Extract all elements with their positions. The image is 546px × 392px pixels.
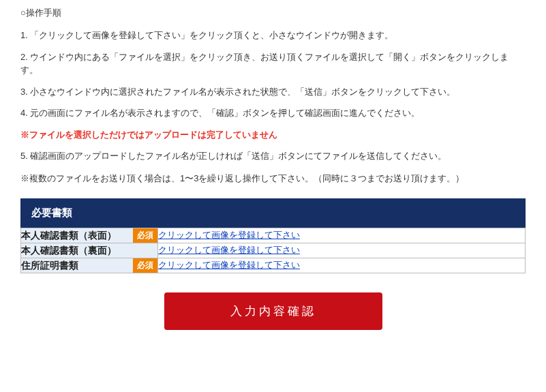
- required-badge: 必須: [133, 228, 157, 243]
- row1-label: 本人確認書類（表面）: [21, 228, 117, 243]
- row2-label-cell: 本人確認書類（裏面）: [21, 243, 158, 258]
- row3-label-cell: 住所証明書類 必須: [21, 258, 158, 273]
- table-row: 住所証明書類 必須 クリックして画像を登録して下さい: [21, 258, 526, 273]
- confirm-button[interactable]: 入力内容確認: [164, 292, 382, 330]
- table-row: 本人確認書類（表面） 必須 クリックして画像を登録して下さい: [21, 228, 526, 243]
- step-4: 4. 元の画面にファイル名が表示されますので、「確認」ボタンを押して確認画面に進…: [20, 106, 526, 120]
- step-2: 2. ウインドウ内にある「ファイルを選択」をクリック頂き、お送り頂くファイルを選…: [20, 50, 526, 77]
- section-title-bar: 必要書類: [20, 198, 526, 228]
- row3-label: 住所証明書類: [21, 258, 78, 273]
- multi-file-note: ※複数のファイルをお送り頂く場合は、1〜3を繰り返し操作して下さい。（同時に３つ…: [20, 172, 526, 185]
- step-5: 5. 確認画面のアップロードしたファイル名が正しければ「送信」ボタンにてファイル…: [20, 149, 526, 163]
- row2-label: 本人確認書類（裏面）: [21, 243, 117, 258]
- procedure-heading: ○操作手順: [20, 7, 526, 19]
- row3-value-cell: クリックして画像を登録して下さい: [158, 258, 526, 273]
- upload-link-address-proof[interactable]: クリックして画像を登録して下さい: [158, 260, 300, 270]
- step-warning: ※ファイルを選択しただけではアップロードは完了していません: [20, 128, 526, 142]
- upload-link-id-back[interactable]: クリックして画像を登録して下さい: [158, 245, 300, 255]
- row1-value-cell: クリックして画像を登録して下さい: [158, 228, 526, 243]
- row1-label-cell: 本人確認書類（表面） 必須: [21, 228, 158, 243]
- upload-link-id-front[interactable]: クリックして画像を登録して下さい: [158, 230, 300, 240]
- procedure-steps: 1. 「クリックして画像を登録して下さい」をクリック頂くと、小さなウインドウが開…: [20, 29, 526, 163]
- step-1: 1. 「クリックして画像を登録して下さい」をクリック頂くと、小さなウインドウが開…: [20, 29, 526, 42]
- row2-value-cell: クリックして画像を登録して下さい: [158, 243, 526, 258]
- table-row: 本人確認書類（裏面） クリックして画像を登録して下さい: [21, 243, 526, 258]
- required-docs-table: 本人確認書類（表面） 必須 クリックして画像を登録して下さい 本人確認書類（裏面…: [20, 228, 526, 273]
- required-badge: 必須: [133, 258, 157, 273]
- step-3: 3. 小さなウインドウ内に選択されたファイル名が表示された状態で、「送信」ボタン…: [20, 85, 526, 99]
